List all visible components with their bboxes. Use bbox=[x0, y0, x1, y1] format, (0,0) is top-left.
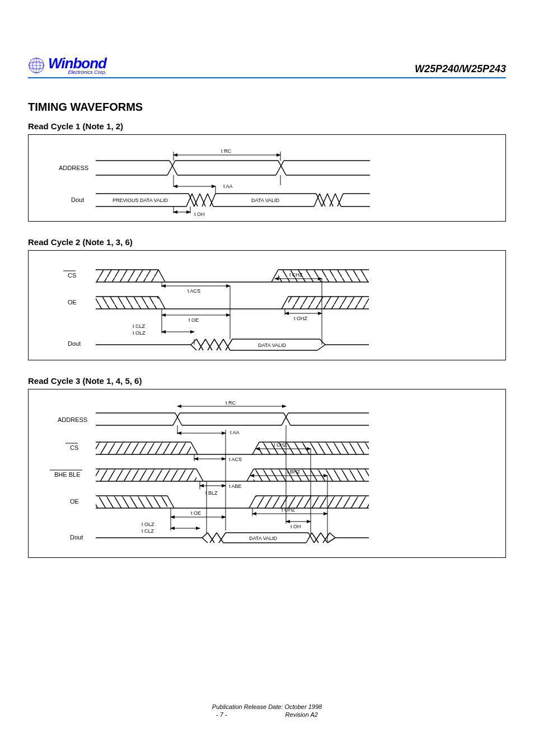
part-number: W25P240/W25P243 bbox=[415, 63, 506, 75]
svg-line-115 bbox=[167, 496, 174, 508]
svg-line-44 bbox=[271, 270, 278, 282]
diagram1-box: ADDRESS t RC Dout bbox=[28, 134, 506, 222]
diagram3-title: Read Cycle 3 (Note 1, 4, 5, 6) bbox=[28, 376, 506, 386]
svg-line-68 bbox=[191, 345, 196, 350]
svg-line-132 bbox=[202, 538, 208, 543]
footer-page: - 7 - bbox=[216, 711, 227, 718]
svg-rect-43 bbox=[96, 270, 158, 282]
d3-tohz: t OHZ bbox=[282, 507, 296, 513]
svg-line-72 bbox=[317, 345, 325, 350]
d3-oe-label: OE bbox=[70, 498, 79, 505]
d2-tacs: t ACS bbox=[188, 288, 200, 294]
d3-cs-label: CS bbox=[70, 444, 78, 451]
d3-tclz: t CLZ bbox=[142, 528, 154, 534]
d2-tohz: t OHZ bbox=[294, 316, 308, 321]
svg-line-106 bbox=[247, 469, 254, 481]
d1-toh: t OH bbox=[194, 212, 205, 217]
svg-line-93 bbox=[191, 442, 198, 454]
footer-line1: Publication Release Date: October 1998 bbox=[28, 703, 506, 710]
d2-tclz: t CLZ bbox=[133, 323, 146, 329]
svg-rect-116 bbox=[96, 496, 167, 508]
diagram1-title: Read Cycle 1 (Note 1, 2) bbox=[28, 121, 506, 131]
svg-rect-119 bbox=[256, 496, 369, 508]
d1-taa: t AA bbox=[223, 184, 233, 189]
footer-rev: Revision A2 bbox=[285, 711, 318, 718]
d1-prev-valid: PREVIOUS DATA VALID bbox=[113, 198, 168, 203]
svg-line-137 bbox=[330, 533, 335, 538]
d3-toe: t OE bbox=[191, 510, 201, 516]
d3-tbhz: t BHZ bbox=[287, 469, 301, 475]
svg-line-131 bbox=[202, 533, 208, 538]
svg-rect-105 bbox=[96, 469, 196, 481]
diagram2-box: CS OE t ACS t CHZ bbox=[28, 250, 506, 360]
svg-line-117 bbox=[249, 496, 256, 508]
d3-tolz: t OLZ bbox=[142, 522, 154, 527]
d2-cs-label: CS bbox=[68, 272, 76, 279]
svg-line-42 bbox=[158, 270, 165, 282]
d3-trc: t RC bbox=[226, 400, 236, 406]
d3-data-valid: DATA VALID bbox=[249, 536, 278, 541]
diagram3-svg: ADDRESS t RC t AA CS bbox=[29, 389, 415, 557]
d3-tchz: t CHZ bbox=[274, 442, 287, 448]
svg-line-10 bbox=[170, 161, 177, 175]
d3-taa: t AA bbox=[230, 430, 240, 435]
d3-bhe-ble-label: BHE BLE bbox=[54, 471, 80, 478]
d3-dout-label: Dout bbox=[70, 534, 83, 541]
svg-line-138 bbox=[327, 538, 335, 543]
brand-text-wrap: Winbond Electronics Corp. bbox=[48, 56, 106, 75]
brand-name: Winbond bbox=[48, 56, 106, 71]
diagram2-title: Read Cycle 2 (Note 1, 3, 6) bbox=[28, 237, 506, 247]
globe-icon bbox=[28, 57, 45, 74]
diagram2-svg: CS OE t ACS t CHZ bbox=[29, 251, 415, 360]
svg-rect-94 bbox=[96, 442, 191, 454]
svg-rect-50 bbox=[96, 297, 158, 309]
svg-rect-108 bbox=[254, 469, 369, 481]
svg-line-14 bbox=[278, 161, 286, 175]
d3-address-label: ADDRESS bbox=[58, 416, 87, 423]
svg-line-9 bbox=[167, 161, 175, 175]
svg-line-67 bbox=[191, 339, 196, 345]
d3-toh: t OH bbox=[291, 524, 301, 529]
logo-block: Winbond Electronics Corp. bbox=[28, 56, 106, 75]
page-footer: Publication Release Date: October 1998 -… bbox=[28, 703, 506, 718]
svg-line-71 bbox=[320, 339, 325, 345]
page-header: Winbond Electronics Corp. W25P240/W25P24… bbox=[28, 56, 506, 75]
diagram3-box: ADDRESS t RC t AA CS bbox=[28, 389, 506, 558]
svg-rect-53 bbox=[288, 297, 369, 309]
d2-toe: t OE bbox=[189, 317, 199, 323]
svg-line-13 bbox=[276, 161, 284, 175]
d1-trc: t RC bbox=[221, 148, 232, 154]
d3-tacs: t ACS bbox=[229, 457, 242, 462]
d1-data-valid: DATA VALID bbox=[251, 198, 280, 203]
d2-dout-label: Dout bbox=[68, 340, 81, 347]
header-divider bbox=[28, 77, 506, 78]
svg-line-49 bbox=[158, 297, 165, 309]
d3-tabe: t ABE bbox=[229, 483, 242, 489]
d2-data-valid: DATA VALID bbox=[258, 342, 287, 348]
section-title: TIMING WAVEFORMS bbox=[28, 101, 506, 114]
d2-oe-label: OE bbox=[68, 299, 77, 306]
d1-address-label: ADDRESS bbox=[59, 165, 88, 171]
d1-dout-label: Dout bbox=[71, 196, 84, 203]
svg-line-51 bbox=[282, 297, 288, 309]
d2-tolz: t OLZ bbox=[133, 330, 146, 336]
diagram1-svg: ADDRESS t RC Dout bbox=[29, 135, 415, 221]
svg-line-95 bbox=[252, 442, 259, 454]
d2-tchz: t CHZ bbox=[289, 272, 303, 278]
svg-line-104 bbox=[196, 469, 203, 481]
page-container: Winbond Electronics Corp. W25P240/W25P24… bbox=[0, 0, 534, 741]
d3-tblz: t BLZ bbox=[205, 490, 218, 496]
